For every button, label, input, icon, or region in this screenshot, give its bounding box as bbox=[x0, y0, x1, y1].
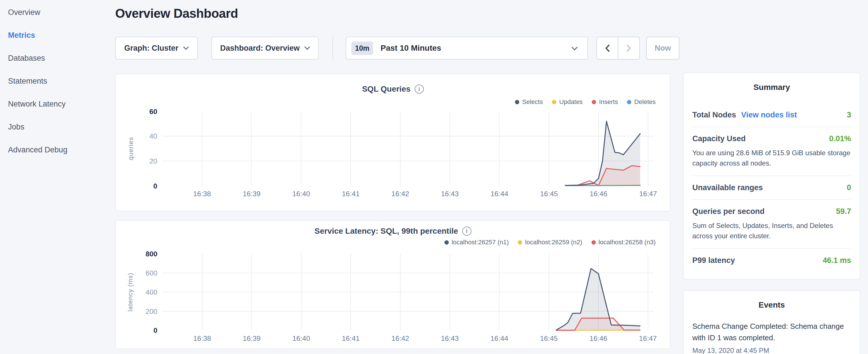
y-axis-title: queries bbox=[127, 137, 134, 160]
chevron-left-icon bbox=[605, 45, 610, 52]
summary-row-value: 0 bbox=[847, 183, 851, 192]
dashboard-dropdown-label: Dashboard: Overview bbox=[220, 44, 300, 53]
svg-text:0: 0 bbox=[154, 326, 158, 334]
summary-row-label: Unavailable ranges bbox=[692, 183, 763, 192]
svg-text:16:42: 16:42 bbox=[392, 190, 409, 198]
series-group bbox=[556, 269, 640, 330]
view-nodes-list-link[interactable]: View nodes list bbox=[741, 110, 797, 120]
svg-text:16:44: 16:44 bbox=[491, 334, 508, 342]
sidebar-item-metrics[interactable]: Metrics bbox=[8, 32, 105, 39]
svg-text:16:38: 16:38 bbox=[193, 190, 211, 198]
svg-text:600: 600 bbox=[146, 269, 157, 277]
svg-text:16:39: 16:39 bbox=[243, 334, 260, 342]
summary-row-value: 46.1 ms bbox=[823, 256, 851, 265]
sidebar-item-network-latency[interactable]: Network Latency bbox=[8, 100, 105, 108]
events-panel: Events Schema Change Completed: Schema c… bbox=[683, 290, 860, 354]
service-latency-card: Service Latency: SQL, 99th percentile i … bbox=[115, 220, 671, 349]
svg-text:16:45: 16:45 bbox=[540, 334, 558, 342]
svg-text:20: 20 bbox=[149, 157, 157, 165]
summary-row-value: 3 bbox=[847, 110, 851, 120]
sidebar-item-statements[interactable]: Statements bbox=[8, 77, 105, 85]
svg-text:16:41: 16:41 bbox=[342, 190, 360, 198]
svg-text:16:44: 16:44 bbox=[491, 190, 508, 198]
time-range-label: Past 10 Minutes bbox=[380, 43, 441, 53]
svg-text:800: 800 bbox=[146, 250, 157, 258]
summary-row-label: P99 latency bbox=[692, 256, 735, 265]
chevron-down-icon bbox=[304, 46, 310, 50]
svg-text:16:46: 16:46 bbox=[590, 190, 608, 198]
now-button[interactable]: Now bbox=[646, 37, 679, 60]
axis-labels: 16:3816:3916:4016:4116:4216:4316:4416:45… bbox=[127, 108, 657, 198]
event-text: Schema Change Completed: Schema change w… bbox=[692, 321, 851, 344]
graph-dropdown-label: Graph: Cluster bbox=[124, 44, 178, 53]
chevron-down-icon bbox=[571, 47, 578, 51]
svg-text:16:39: 16:39 bbox=[243, 190, 260, 198]
controls-divider bbox=[333, 37, 333, 60]
svg-text:16:40: 16:40 bbox=[292, 190, 310, 198]
summary-panel: Summary Total NodesView nodes list3Capac… bbox=[683, 72, 860, 280]
svg-text:200: 200 bbox=[146, 308, 157, 315]
events-title: Events bbox=[692, 300, 851, 310]
summary-row-value: 0.01% bbox=[829, 134, 851, 143]
page-title: Overview Dashboard bbox=[115, 6, 238, 21]
svg-text:16:47: 16:47 bbox=[639, 334, 657, 342]
summary-row-description: You are using 28.6 MiB of 515.9 GiB usab… bbox=[692, 148, 851, 168]
dashboard-dropdown[interactable]: Dashboard: Overview bbox=[212, 37, 319, 60]
summary-row-label: Capacity Used bbox=[692, 134, 746, 143]
graph-dropdown[interactable]: Graph: Cluster bbox=[115, 37, 198, 60]
svg-text:60: 60 bbox=[149, 108, 157, 116]
svg-text:40: 40 bbox=[149, 132, 157, 140]
event-timestamp: May 13, 2020 at 4:45 PM bbox=[692, 347, 851, 354]
summary-row-label: Queries per second bbox=[692, 207, 765, 216]
sidebar-item-advanced-debug[interactable]: Advanced Debug bbox=[8, 146, 105, 154]
svg-text:16:40: 16:40 bbox=[292, 334, 310, 342]
sql-queries-card: SQL Queries i SelectsUpdatesInsertsDelet… bbox=[115, 74, 671, 212]
summary-row: Queries per second59.7Sum of Selects, Up… bbox=[692, 200, 851, 249]
time-range-dropdown[interactable]: 10m Past 10 Minutes bbox=[346, 37, 588, 60]
time-forward-button[interactable] bbox=[618, 37, 639, 59]
time-back-button[interactable] bbox=[597, 37, 618, 59]
sidebar-item-jobs[interactable]: Jobs bbox=[8, 123, 105, 131]
summary-row-description: Sum of Selects, Updates, Inserts, and De… bbox=[692, 221, 851, 241]
summary-rows: Total NodesView nodes list3Capacity Used… bbox=[692, 103, 851, 272]
svg-text:16:41: 16:41 bbox=[342, 334, 360, 342]
series-group bbox=[565, 122, 640, 186]
svg-text:16:42: 16:42 bbox=[392, 334, 409, 342]
summary-row: Unavailable ranges0 bbox=[692, 176, 851, 200]
sidebar: OverviewMetricsDatabasesStatementsNetwor… bbox=[8, 9, 105, 154]
app-root: OverviewMetricsDatabasesStatementsNetwor… bbox=[0, 0, 868, 354]
svg-text:16:43: 16:43 bbox=[441, 334, 459, 342]
svg-text:0: 0 bbox=[153, 182, 157, 190]
summary-row: Capacity Used0.01%You are using 28.6 MiB… bbox=[692, 127, 851, 176]
chevron-down-icon bbox=[183, 46, 189, 50]
event-item[interactable]: Schema Change Completed: Schema change w… bbox=[692, 321, 851, 354]
summary-row-label: Total Nodes bbox=[692, 110, 736, 120]
time-range-badge: 10m bbox=[351, 41, 373, 55]
service-latency-plot[interactable]: 16:3816:3916:4016:4116:4216:4316:4416:45… bbox=[116, 221, 670, 349]
svg-text:16:45: 16:45 bbox=[540, 190, 558, 198]
sidebar-item-databases[interactable]: Databases bbox=[8, 55, 105, 62]
svg-text:16:47: 16:47 bbox=[639, 190, 657, 198]
time-nav-group bbox=[596, 37, 640, 60]
summary-row: P99 latency46.1 ms bbox=[692, 249, 851, 272]
svg-text:16:38: 16:38 bbox=[193, 334, 211, 342]
summary-row: Total NodesView nodes list3 bbox=[692, 103, 851, 127]
events-list: Schema Change Completed: Schema change w… bbox=[692, 321, 851, 354]
summary-row-value: 59.7 bbox=[836, 207, 851, 216]
svg-text:400: 400 bbox=[146, 288, 157, 296]
controls-row: Graph: Cluster Dashboard: Overview 10m P… bbox=[115, 37, 688, 60]
y-axis-title: latency (ms) bbox=[126, 273, 134, 312]
svg-text:16:43: 16:43 bbox=[441, 190, 459, 198]
gridlines bbox=[162, 111, 654, 186]
chevron-right-icon bbox=[627, 45, 631, 52]
sidebar-item-overview[interactable]: Overview bbox=[8, 9, 105, 16]
svg-text:16:46: 16:46 bbox=[589, 334, 607, 342]
summary-title: Summary bbox=[692, 83, 851, 92]
sql-queries-plot[interactable]: 16:3816:3916:4016:4116:4216:4316:4416:45… bbox=[116, 74, 670, 211]
